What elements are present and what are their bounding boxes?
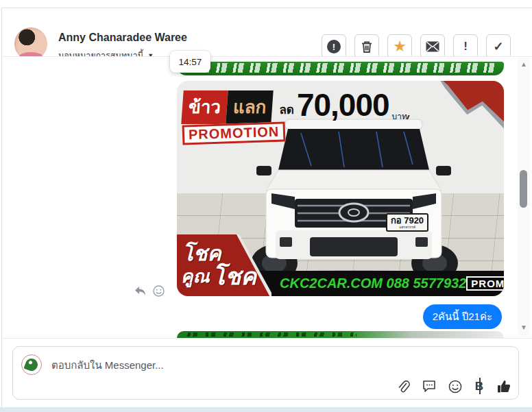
emoji-button[interactable]: [448, 380, 462, 393]
luck-badge: โชค คูณ โชค: [177, 234, 271, 296]
star-icon: ★: [393, 39, 407, 54]
baht-icon: [479, 378, 481, 394]
check-icon: ✓: [493, 39, 503, 54]
next-image-top-edge[interactable]: [177, 331, 504, 338]
composer-divider: [2, 338, 532, 339]
banner-text-marks-2: [184, 332, 356, 337]
star-button[interactable]: ★: [387, 34, 412, 59]
ad-footer-bar: CKC2CAR.COM 088 5577932 PROMOTION: [254, 271, 504, 296]
outgoing-message-bubble: 2คันนี้ ปี21ค่ะ: [423, 304, 502, 329]
reply-icon[interactable]: [134, 286, 146, 296]
discount-amount: 70,000: [297, 90, 389, 121]
contact-name: Anny Chanaradee Waree: [58, 32, 187, 44]
ad-contact: CKC2CAR.COM 088 5577932: [280, 276, 466, 291]
timestamp-tooltip: 14:57: [170, 51, 210, 73]
mark-unread-button[interactable]: [420, 34, 445, 59]
bottom-section-edge: [0, 407, 532, 412]
reply-input[interactable]: [51, 356, 394, 373]
currency-label: บาท: [392, 110, 407, 123]
scrollbar-down-arrow[interactable]: ▼: [519, 324, 529, 331]
ad-headline: ข้าว แลก ลด 70,000 บาท: [182, 90, 407, 124]
flag-important-button[interactable]: !: [453, 34, 478, 59]
ad-promotion-tag: PROMOTION: [466, 276, 504, 291]
scrollbar-up-arrow[interactable]: ▲: [519, 60, 529, 68]
report-button[interactable]: !: [322, 34, 346, 59]
saved-replies-button[interactable]: [422, 380, 436, 393]
car-ad-image[interactable]: กอ 7920 นครสวรรค์ ข้าว แลก ลด 70,000 บาท…: [177, 81, 504, 296]
message-hover-actions: [134, 285, 165, 297]
conversation-area: กอ 7920 นครสวรรค์ ข้าว แลก ลด 70,000 บาท…: [2, 57, 532, 338]
mark-done-button[interactable]: ✓: [486, 34, 511, 59]
emoji-react-icon[interactable]: [153, 285, 165, 297]
paperclip-icon: [397, 380, 410, 393]
comment-icon: [422, 380, 436, 393]
attachment-button[interactable]: [397, 380, 410, 393]
luck-word-2: คูณ: [181, 262, 210, 290]
banner-text-marks: [197, 63, 498, 73]
thumbs-up-icon: [496, 379, 511, 393]
like-button[interactable]: [496, 379, 511, 393]
conversation-header: Anny Chanaradee Waree มอบหมายการสนทนานี้…: [2, 8, 532, 56]
messenger-window: Anny Chanaradee Waree มอบหมายการสนทนานี้…: [0, 0, 532, 412]
license-plate-province: นครสวรรค์: [399, 225, 415, 230]
avatar[interactable]: [14, 27, 47, 60]
exclamation-circle-icon: !: [327, 40, 341, 53]
delete-button[interactable]: [354, 34, 379, 59]
luck-word-3: โชค: [213, 258, 256, 295]
promotion-stamp: PROMOTION: [182, 121, 286, 145]
smiley-icon: [448, 380, 462, 393]
previous-image-bottom-edge[interactable]: [177, 62, 504, 75]
composer-icons: B: [397, 379, 511, 393]
exchange-label: แลก: [226, 90, 274, 124]
payment-button[interactable]: B: [474, 380, 484, 393]
envelope-icon: [426, 41, 439, 52]
scrollbar-thumb[interactable]: [520, 170, 527, 208]
trash-icon: [361, 40, 373, 53]
header-actions: ! ★ !: [322, 34, 511, 59]
page-logo-graphic: [23, 356, 39, 372]
exclamation-icon: !: [463, 40, 468, 53]
discount-word: ลด: [279, 100, 293, 119]
composer-box[interactable]: B: [12, 346, 519, 400]
rice-label: ข้าว: [181, 90, 228, 124]
license-plate: กอ 7920 นครสวรรค์: [386, 213, 428, 232]
page-logo-avatar: [21, 354, 42, 375]
license-plate-number: กอ 7920: [391, 216, 424, 225]
